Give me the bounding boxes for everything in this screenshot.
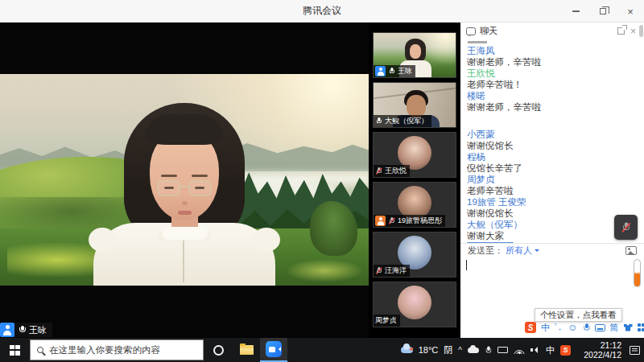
chat-message-text: 谢谢大家 bbox=[467, 230, 636, 241]
clock-date: 2022/4/12 bbox=[576, 350, 621, 360]
volume-icon[interactable] bbox=[530, 347, 540, 354]
minimize-icon bbox=[572, 10, 580, 12]
action-center-icon[interactable] bbox=[630, 346, 640, 355]
participant-name: 王咏 bbox=[398, 66, 412, 76]
chat-message-text: 谢谢倪馆长 bbox=[467, 140, 636, 151]
muted-mic-icon bbox=[622, 222, 630, 232]
chat-message-text: 倪馆长辛苦了 bbox=[467, 162, 636, 174]
participant-thumbnail[interactable]: 王欣悦 bbox=[373, 132, 456, 178]
restore-icon bbox=[600, 8, 606, 14]
chat-message: 程杨 倪馆长辛苦了 bbox=[467, 151, 636, 174]
taskbar-clock[interactable]: 21:12 2022/4/12 bbox=[576, 340, 621, 360]
floating-muted-mic-indicator[interactable] bbox=[614, 215, 638, 240]
chat-message-text: 谢谢老师，辛苦啦 bbox=[467, 101, 636, 113]
weather-icon[interactable] bbox=[401, 347, 413, 353]
restore-button[interactable] bbox=[589, 0, 617, 23]
participant-thumbnail[interactable]: 19旅管杨思彤 bbox=[373, 182, 456, 228]
simp-trad-toggle[interactable]: 简 bbox=[610, 322, 619, 334]
weather-temp[interactable]: 18°C bbox=[419, 345, 439, 355]
main-speaker-name: 王咏 bbox=[29, 324, 47, 336]
participant-thumbnail[interactable]: 王咏 bbox=[373, 32, 456, 78]
system-tray: 18°C 阴 ^ 中 S 21:12 2022/4/12 bbox=[401, 340, 644, 360]
ime-punctuation-toggle[interactable]: ’， bbox=[555, 322, 563, 333]
onedrive-icon[interactable] bbox=[468, 348, 479, 353]
cortana-button[interactable] bbox=[204, 338, 233, 362]
chat-message-sender: 王海凤 bbox=[467, 45, 636, 56]
tencent-meeting-taskbar-button[interactable] bbox=[260, 338, 287, 362]
text-caret bbox=[466, 260, 467, 270]
send-to-label: 发送至： bbox=[468, 245, 503, 257]
mic-icon bbox=[19, 326, 26, 335]
chat-close-icon[interactable]: × bbox=[630, 27, 636, 36]
chat-message: 大鲵（倪军） 谢谢大家 bbox=[467, 219, 636, 241]
main-video-stage[interactable]: 王咏 bbox=[0, 23, 369, 338]
main-video bbox=[0, 74, 369, 286]
chat-panel: 聊天 × 王海凤 谢谢老师，辛苦啦 王欣悦 老师辛苦啦！ 楼喏 谢谢老师，辛苦啦… bbox=[460, 23, 644, 338]
participant-name: 19旅管杨思彤 bbox=[398, 216, 442, 226]
send-image-button[interactable] bbox=[625, 246, 637, 255]
minimize-button[interactable] bbox=[562, 0, 589, 23]
chat-message-sender: 19旅管 王俊荣 bbox=[467, 196, 636, 208]
ime-status-capsule[interactable] bbox=[634, 259, 641, 287]
participant-label: 大鲵（倪军） bbox=[374, 115, 431, 127]
chat-message: 王欣悦 老师辛苦啦！ bbox=[467, 68, 636, 90]
chat-scrollbar-thumb[interactable] bbox=[639, 25, 643, 37]
participant-thumbnail[interactable]: 大鲵（倪军） bbox=[373, 82, 456, 128]
title-bar: 腾讯会议 × bbox=[0, 0, 644, 23]
participant-strip: 王咏 大鲵（倪军） 王欣悦 bbox=[369, 23, 460, 338]
chat-bubble-icon bbox=[466, 27, 476, 35]
taskbar-search[interactable]: 在这里输入你要搜索的内容 bbox=[30, 339, 204, 360]
tencent-meeting-window: 腾讯会议 × bbox=[0, 0, 644, 362]
participant-label: 周梦贞 bbox=[374, 315, 400, 327]
chat-message: 王海凤 谢谢老师，辛苦啦 bbox=[467, 45, 636, 68]
ime-tooltip: 个性设置，点我看看 bbox=[535, 308, 622, 322]
send-to-dropdown[interactable]: 所有人 bbox=[506, 245, 539, 257]
weather-condition[interactable]: 阴 bbox=[444, 344, 452, 356]
soft-keyboard-icon[interactable] bbox=[595, 324, 605, 331]
clipped-message-bottom bbox=[467, 242, 514, 243]
participant-thumbnail[interactable]: 汪海洋 bbox=[373, 232, 456, 278]
chat-message: 小西蒙 谢谢倪馆长 bbox=[467, 129, 636, 151]
main-speaker-label: 王咏 bbox=[0, 323, 52, 337]
wifi-icon[interactable] bbox=[514, 347, 525, 354]
tray-sogou-icon[interactable]: S bbox=[560, 345, 571, 356]
chat-message-sender: 大鲵（倪军） bbox=[467, 219, 636, 230]
mic-icon bbox=[389, 68, 394, 75]
window-title: 腾讯会议 bbox=[0, 4, 644, 18]
tray-expand-chevron[interactable]: ^ bbox=[458, 346, 462, 355]
tray-keyboard-icon[interactable] bbox=[497, 347, 508, 353]
close-button[interactable]: × bbox=[617, 0, 644, 23]
chat-message: 周梦贞 老师辛苦啦 bbox=[467, 174, 636, 196]
participant-name: 汪海洋 bbox=[385, 265, 407, 276]
cortana-icon bbox=[213, 345, 224, 356]
start-button[interactable] bbox=[0, 338, 30, 362]
ime-lang-toggle[interactable]: 中 bbox=[541, 322, 550, 334]
participant-name: 大鲵（倪军） bbox=[385, 116, 428, 126]
chat-message-text: 老师辛苦啦 bbox=[467, 185, 636, 196]
chat-message-sender: 程杨 bbox=[467, 151, 636, 162]
mic-icon bbox=[376, 267, 382, 274]
participant-label: 汪海洋 bbox=[374, 265, 410, 277]
voice-input-icon[interactable] bbox=[583, 323, 590, 331]
popout-icon[interactable] bbox=[617, 27, 625, 35]
chat-message-sender: 王欣悦 bbox=[467, 68, 636, 79]
sogou-ime-bar: S 中 ’， ☺ 简 bbox=[525, 321, 644, 334]
tray-mic-icon[interactable] bbox=[485, 346, 491, 354]
participant-name: 周梦贞 bbox=[375, 315, 397, 326]
send-to-row: 发送至： 所有人 bbox=[460, 243, 644, 257]
tencent-meeting-icon bbox=[266, 341, 282, 357]
ime-toolbox-icon[interactable] bbox=[638, 323, 644, 331]
mic-icon bbox=[376, 117, 382, 125]
emoji-icon[interactable]: ☺ bbox=[568, 323, 577, 332]
chat-message-sender: 楼喏 bbox=[467, 90, 636, 101]
participant-thumbnail[interactable]: 周梦贞 bbox=[373, 282, 456, 327]
participant-label: 19旅管杨思彤 bbox=[374, 215, 445, 227]
glasses bbox=[157, 180, 180, 196]
sogou-logo-icon[interactable]: S bbox=[525, 322, 536, 333]
chat-message-text: 谢谢老师，辛苦啦 bbox=[467, 56, 636, 68]
file-explorer-button[interactable] bbox=[233, 338, 260, 362]
tray-ime-lang[interactable]: 中 bbox=[546, 344, 555, 356]
participant-avatar bbox=[398, 286, 431, 319]
clipped-message-top bbox=[468, 41, 487, 43]
ime-skin-icon[interactable] bbox=[624, 324, 633, 331]
